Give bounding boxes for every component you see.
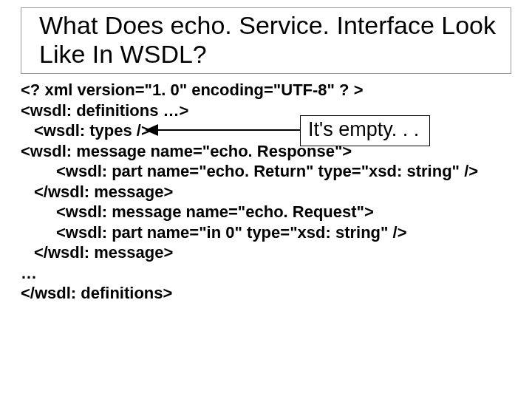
code-block: <? xml version="1. 0" encoding="UTF-8" ?…	[21, 80, 511, 304]
slide: What Does echo. Service. Interface Look …	[0, 0, 532, 399]
code-line: </wsdl: definitions>	[21, 283, 511, 304]
code-line: <wsdl: part name="in 0" type="xsd: strin…	[21, 222, 511, 243]
slide-title: What Does echo. Service. Interface Look …	[39, 11, 503, 69]
code-line: <wsdl: part name="echo. Return" type="xs…	[21, 161, 511, 182]
code-line: <wsdl: definitions …>	[21, 100, 511, 121]
code-line: <wsdl: message name="echo. Response">	[21, 141, 511, 162]
code-line: <wsdl: message name="echo. Request">	[21, 202, 511, 222]
code-line-types: <wsdl: types />	[21, 120, 511, 141]
code-line: <? xml version="1. 0" encoding="UTF-8" ?…	[21, 80, 511, 100]
code-line: …	[21, 263, 511, 284]
title-container: What Does echo. Service. Interface Look …	[21, 7, 511, 74]
code-line: </wsdl: message>	[21, 242, 511, 263]
code-line: </wsdl: message>	[21, 182, 511, 202]
